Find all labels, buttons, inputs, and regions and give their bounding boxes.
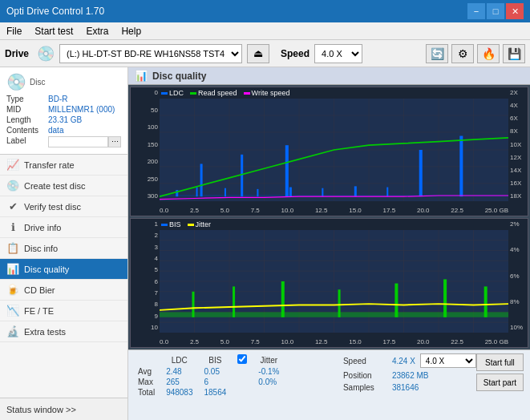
type-value: BD-R xyxy=(48,95,67,103)
svg-rect-46 xyxy=(160,312,508,317)
stats-data-table: LDC BIS Jitter Avg 2.48 0.05 xyxy=(135,353,287,398)
ldc-legend-label: LDC xyxy=(169,89,184,97)
sidebar-item-create-test-disc[interactable]: 💿 Create test disc xyxy=(0,176,127,196)
transfer-rate-icon: 📈 xyxy=(6,159,19,171)
menu-extra[interactable]: Extra xyxy=(79,24,115,38)
disc-info-label: Disc info xyxy=(24,244,58,253)
mid-label: MID xyxy=(6,105,48,114)
speed-label: Speed xyxy=(281,48,310,59)
bis-x-axis: 0.0 2.5 5.0 7.5 10.0 12.5 15.0 17.5 20.0… xyxy=(160,338,508,345)
jitter-legend-dot xyxy=(188,224,194,226)
label-input[interactable] xyxy=(48,136,108,147)
maximize-button[interactable]: □ xyxy=(487,3,504,19)
sidebar-item-extra-tests[interactable]: 🔬 Extra tests xyxy=(0,321,127,342)
contents-value: data xyxy=(48,126,63,135)
refresh-button[interactable]: 🔄 xyxy=(426,44,448,63)
max-ldc: 265 xyxy=(163,377,200,387)
bis-chart: BIS Jitter 10 9 8 7 6 5 4 3 2 xyxy=(130,218,528,348)
ldc-chart-svg xyxy=(160,99,508,201)
bis-chart-legend: BIS Jitter xyxy=(161,220,211,228)
bis-chart-plot xyxy=(160,230,508,333)
position-row: Position 23862 MB xyxy=(343,371,476,380)
jitter-checkbox[interactable] xyxy=(237,354,247,364)
disc-info-icon: 📋 xyxy=(6,242,19,254)
col-ldc: LDC xyxy=(163,353,200,366)
sidebar-item-disc-info[interactable]: 📋 Disc info xyxy=(0,238,127,259)
svg-rect-24 xyxy=(241,155,243,196)
ldc-legend-item: LDC xyxy=(161,89,184,97)
disc-panel-title: Disc xyxy=(30,78,45,87)
write-speed-legend-label: Write speed xyxy=(252,89,290,97)
disc-quality-icon: 📊 xyxy=(6,263,19,275)
type-label: Type xyxy=(6,95,48,103)
drive-info-icon: ℹ xyxy=(6,221,19,233)
svg-rect-52 xyxy=(443,279,447,317)
max-bis: 6 xyxy=(201,377,235,387)
svg-rect-50 xyxy=(338,289,341,317)
svg-rect-22 xyxy=(386,188,388,197)
label-browse-button[interactable]: ⋯ xyxy=(108,136,121,147)
disc-contents-row: Contents data xyxy=(6,126,121,135)
close-button[interactable]: ✕ xyxy=(506,3,524,19)
svg-rect-23 xyxy=(200,164,203,196)
svg-rect-21 xyxy=(354,186,357,196)
ldc-chart-legend: LDC Read speed Write speed xyxy=(161,89,289,97)
length-label: Length xyxy=(6,115,48,124)
disc-panel-header: 💿 Disc xyxy=(6,72,121,91)
ldc-chart-plot xyxy=(160,99,508,201)
sidebar: 💿 Disc Type BD-R MID MILLENMR1 (000) Len… xyxy=(0,67,128,420)
sidebar-item-verify-test-disc[interactable]: ✔ Verify test disc xyxy=(0,196,127,217)
main-layout: 💿 Disc Type BD-R MID MILLENMR1 (000) Len… xyxy=(0,67,530,420)
speed-row: Speed 4.24 X 4.0 X xyxy=(343,353,476,368)
bis-legend-dot xyxy=(161,224,168,226)
save-button[interactable]: 💾 xyxy=(503,44,525,63)
verify-test-disc-icon: ✔ xyxy=(6,200,19,212)
svg-rect-48 xyxy=(233,286,235,317)
disc-quality-header-icon: 📊 xyxy=(135,70,148,82)
menu-file[interactable]: File xyxy=(0,24,28,38)
mid-value: MILLENMR1 (000) xyxy=(48,105,115,114)
menu-help[interactable]: Help xyxy=(115,24,148,38)
status-window-button[interactable]: Status window >> xyxy=(0,398,127,420)
samples-label: Samples xyxy=(343,383,387,392)
bis-legend-item: BIS xyxy=(161,220,181,228)
length-value: 23.31 GB xyxy=(48,115,82,124)
speed-dropdown[interactable]: 4.0 X xyxy=(420,353,476,368)
minimize-button[interactable]: − xyxy=(467,3,485,19)
stats-bar: LDC BIS Jitter Avg 2.48 0.05 xyxy=(128,349,530,420)
svg-rect-51 xyxy=(394,284,398,317)
config-button[interactable]: ⚙ xyxy=(451,44,474,63)
col-blank xyxy=(135,353,163,366)
jitter-legend-label: Jitter xyxy=(196,220,212,228)
ldc-y-axis-left: 300 250 200 150 100 50 0 xyxy=(131,87,160,201)
eject-button[interactable]: ⏏ xyxy=(247,44,269,63)
disc-length-row: Length 23.31 GB xyxy=(6,115,121,124)
disc-quality-label: Disc quality xyxy=(24,265,69,274)
menu-start-test[interactable]: Start test xyxy=(28,24,79,38)
transfer-rate-label: Transfer rate xyxy=(24,160,75,170)
speed-select[interactable]: 4.0 X xyxy=(314,44,362,63)
svg-rect-26 xyxy=(419,150,423,196)
drive-select[interactable]: (L:) HL-DT-ST BD-RE WH16NS58 TST4 xyxy=(59,44,242,63)
start-full-button[interactable]: Start full xyxy=(476,353,524,371)
disc-fields: Type BD-R MID MILLENMR1 (000) Length 23.… xyxy=(6,95,121,147)
disc-icon: 💿 xyxy=(6,72,26,91)
sidebar-item-drive-info[interactable]: ℹ Drive info xyxy=(0,217,127,238)
total-ldc: 948083 xyxy=(163,387,200,398)
start-part-button[interactable]: Start part xyxy=(476,374,524,391)
sidebar-item-disc-quality[interactable]: 📊 Disc quality xyxy=(0,259,127,280)
sidebar-item-cd-bier[interactable]: 🍺 CD Bier xyxy=(0,280,127,301)
disc-panel: 💿 Disc Type BD-R MID MILLENMR1 (000) Len… xyxy=(0,67,127,155)
samples-row: Samples 381646 xyxy=(343,383,476,392)
total-bis: 18564 xyxy=(201,387,235,398)
sidebar-item-transfer-rate[interactable]: 📈 Transfer rate xyxy=(0,155,127,176)
window-controls: − □ ✕ xyxy=(467,3,524,19)
svg-rect-19 xyxy=(289,188,292,197)
sidebar-item-fe-te[interactable]: 📉 FE / TE xyxy=(0,301,127,321)
bis-chart-svg xyxy=(160,230,508,333)
burn-button[interactable]: 🔥 xyxy=(477,44,500,63)
col-jitter: Jitter xyxy=(255,353,287,366)
position-label: Position xyxy=(343,371,387,380)
content-area: 📊 Disc quality LDC Read speed xyxy=(128,67,530,420)
samples-value: 381646 xyxy=(392,383,419,392)
